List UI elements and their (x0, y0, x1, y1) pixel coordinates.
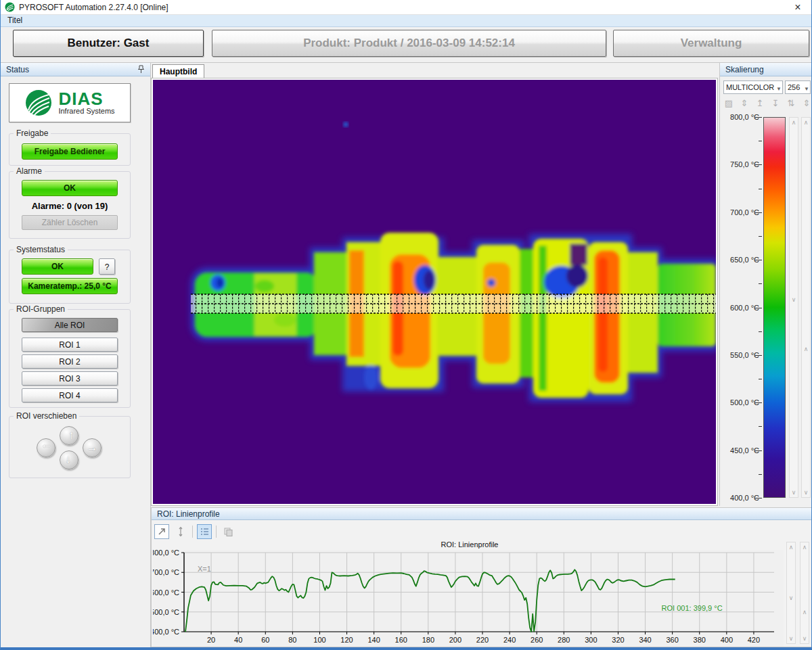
svg-text:X=1: X=1 (198, 565, 211, 573)
dias-subtitle-text: Infrared Systems (58, 107, 114, 115)
scale-label: 500,0 °C (719, 398, 759, 407)
scale-label: 400,0 °C (719, 494, 759, 502)
export-icon[interactable] (154, 524, 169, 539)
skalierung-title: Skalierung (725, 65, 764, 74)
zaehler-loeschen-button[interactable]: Zähler Löschen (22, 215, 118, 230)
line-profile-chart[interactable]: 800,0 °C700,0 °C600,0 °C500,0 °C400,0 °C… (153, 550, 784, 647)
copy-icon[interactable] (221, 524, 235, 539)
tab-hauptbild[interactable]: Hauptbild (152, 64, 204, 78)
scale-toolbar: ▨ ⇕ ↥ ↧ ⇅ ⇕ (724, 98, 811, 108)
systemstatus-label: Systemstatus (14, 245, 68, 254)
freigabe-bediener-button[interactable]: Freigabe Bediener (22, 143, 118, 160)
alarme-count-text: Alarme: 0 (von 19) (9, 201, 130, 211)
svg-text:20: 20 (207, 636, 215, 644)
roi-arrow-pad: → → → → (9, 417, 131, 479)
color-scale: 800,0 °C750,0 °C700,0 °C650,0 °C600,0 °C… (720, 116, 812, 503)
kameratemp-button[interactable]: Kameratemp.: 25,0 °C (22, 278, 118, 294)
pin-icon[interactable] (137, 65, 145, 74)
scale-label: 550,0 °C (719, 351, 759, 359)
levels-select[interactable]: 256▼ (785, 80, 811, 94)
thermal-image[interactable] (153, 80, 716, 504)
systemstatus-ok-button[interactable]: OK (22, 258, 93, 275)
alarme-ok-button[interactable]: OK (22, 180, 118, 196)
roi-group-button-roi-4[interactable]: ROI 4 (22, 388, 118, 402)
close-icon[interactable]: × (788, 1, 807, 14)
user-button[interactable]: Benutzer: Gast (13, 30, 204, 57)
window-titlebar: PYROSOFT Automation 2.27.4.0 [Online] × (1, 0, 811, 15)
window-title: PYROSOFT Automation 2.27.4.0 [Online] (19, 3, 168, 12)
svg-text:60: 60 (261, 636, 269, 644)
scale-label: 450,0 °C (719, 446, 759, 455)
status-panel-title: Status (6, 65, 29, 74)
autoscale-icon[interactable] (173, 524, 188, 539)
svg-text:120: 120 (340, 636, 353, 644)
svg-text:40: 40 (234, 636, 242, 644)
svg-text:240: 240 (503, 636, 516, 644)
freigabe-label: Freigabe (14, 129, 51, 138)
systemstatus-help-button[interactable]: ? (99, 258, 115, 275)
scale-expand-icon[interactable]: ⇕ (740, 98, 749, 108)
app-window: PYROSOFT Automation 2.27.4.0 [Online] × … (0, 0, 812, 650)
roi-move-down-button[interactable]: → (60, 450, 78, 469)
product-button[interactable]: Produkt: Produkt / 2016-03-09 14:52:14 (212, 30, 606, 57)
alarme-label: Alarme (14, 166, 45, 176)
roi-move-left-button[interactable]: → (37, 438, 55, 457)
roi-group-button-roi-1[interactable]: ROI 1 (22, 338, 118, 352)
roi-move-up-button[interactable]: → (60, 426, 78, 445)
profile-toolbar (154, 523, 235, 540)
palette-select[interactable]: MULTICOLOR▼ (723, 80, 783, 94)
scale-settings-icon[interactable]: ▨ (724, 98, 734, 108)
scale-auto-icon[interactable]: ⇅ (786, 98, 796, 108)
svg-text:300: 300 (585, 636, 597, 644)
dias-logo-icon (24, 89, 53, 117)
roi-group-button-roi-2[interactable]: ROI 2 (22, 354, 118, 369)
scale-min-down-icon[interactable]: ↧ (771, 98, 780, 108)
svg-text:100: 100 (313, 636, 325, 644)
svg-text:320: 320 (612, 636, 624, 644)
scale-label: 750,0 °C (719, 160, 759, 168)
roi-gruppen-label: ROI-Gruppen (14, 304, 68, 314)
scale-scrollbar-max[interactable]: ∧∨∨ (789, 117, 798, 498)
main-tabstrip: Hauptbild (151, 62, 719, 78)
svg-text:160: 160 (395, 636, 407, 644)
legend-list-icon[interactable] (197, 524, 212, 539)
roi-move-right-button[interactable]: → (83, 438, 102, 457)
color-scale-bar[interactable] (763, 117, 786, 498)
roi-line-profile-band (191, 294, 716, 313)
verwaltung-button[interactable]: Verwaltung (613, 30, 809, 57)
scale-label: 700,0 °C (719, 208, 759, 216)
svg-text:600,0 °C: 600,0 °C (153, 588, 179, 597)
app-logo-icon (5, 2, 15, 12)
svg-text:ROI 001: 399,9 °C: ROI 001: 399,9 °C (662, 604, 723, 612)
chevron-down-icon: ▼ (776, 83, 782, 94)
svg-text:220: 220 (476, 636, 489, 644)
thermal-image-container (151, 78, 718, 506)
svg-text:400,0 °C: 400,0 °C (153, 628, 179, 636)
svg-text:700,0 °C: 700,0 °C (153, 568, 179, 576)
svg-text:500,0 °C: 500,0 °C (153, 608, 179, 616)
svg-text:140: 140 (367, 636, 380, 644)
dias-logo: DIAS Infrared Systems (9, 83, 131, 122)
scale-label: 800,0 °C (719, 113, 759, 121)
svg-text:340: 340 (639, 636, 651, 644)
roi-group-button-roi-3[interactable]: ROI 3 (22, 371, 118, 386)
svg-text:400: 400 (721, 636, 733, 644)
roi-verschieben-group: ROI verschieben → → → → (9, 416, 131, 478)
scale-label: 600,0 °C (719, 304, 759, 312)
svg-text:200: 200 (449, 636, 461, 644)
svg-text:260: 260 (531, 636, 543, 644)
scale-reset-icon[interactable]: ⇕ (802, 98, 811, 108)
chart-scrollbar-1[interactable]: ∧∨∨ (786, 542, 796, 644)
chevron-down-icon: ▼ (804, 83, 809, 94)
chart-scrollbar-2[interactable]: ∧∧∨ (800, 542, 809, 644)
roi-group-button-alle-roi[interactable]: Alle ROI (22, 318, 118, 332)
roi-gruppen-group: ROI-Gruppen Alle ROIROI 1ROI 2ROI 3ROI 4 (9, 309, 131, 408)
scale-max-up-icon[interactable]: ↥ (755, 98, 765, 108)
svg-text:380: 380 (694, 636, 706, 644)
scale-scrollbar-min[interactable]: ∧∧∨ (801, 117, 811, 498)
chart-title: ROI: Linienprofile (152, 540, 788, 549)
scale-label: 650,0 °C (719, 256, 759, 264)
svg-text:360: 360 (666, 636, 678, 644)
svg-text:280: 280 (558, 636, 570, 644)
alarme-group: Alarme OK Alarme: 0 (von 19) Zähler Lösc… (9, 171, 131, 239)
